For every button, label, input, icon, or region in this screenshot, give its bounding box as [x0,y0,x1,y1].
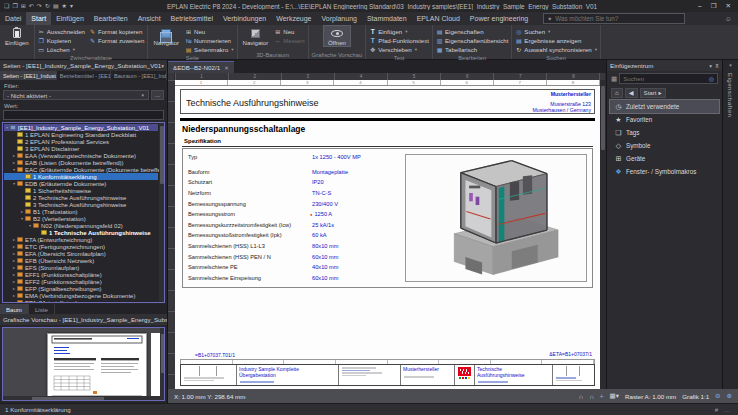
menu-tab[interactable]: Vorplanung [317,12,362,25]
copy-button[interactable]: Kopieren [38,37,85,45]
maximize-icon[interactable]: ❐ [711,2,717,10]
page-navigator-button[interactable]: Navigator [151,26,181,46]
tell-me-search-input[interactable] [555,15,681,22]
navigator-tab[interactable]: Seiten - [EE1]_Industry_... [0,71,57,80]
grid-icon[interactable]: ▦▾ [610,392,619,400]
move-button[interactable]: Verschieben [369,46,429,54]
breadcrumb[interactable]: Start▸ [640,88,666,98]
paste-button[interactable]: Einfügen [3,26,31,46]
menu-tab[interactable]: Power engineering [465,12,533,25]
panel-menu-icon[interactable]: ▾ [729,62,732,68]
delete-button[interactable]: Löschen [38,46,85,54]
tree-item[interactable]: ▸ ETC (Fertigungszeichnungen) [4,243,158,250]
pin-icon[interactable]: ⊼ [715,63,719,69]
tree-item[interactable]: 3 Technische Ausführungshinweise [4,201,158,208]
format-assign-button[interactable]: Format zuweisen [89,37,144,45]
insert-center-item[interactable]: Zuletzt verwendete [610,100,719,113]
measure-button[interactable]: Messen [274,37,304,45]
filter-more-button[interactable]: ... [151,90,164,100]
tree-item[interactable]: 1 Konformitätserklärung [4,173,158,180]
show-results-button[interactable]: Ergebnisse anzeigen [515,37,597,45]
menu-tab[interactable]: Werkzeuge [271,12,316,25]
tabular-button[interactable]: Tabellarisch [436,46,508,54]
tree-item[interactable]: ▸ EAB (Listen (Dokumente betreffend)) [4,159,158,166]
minimize-icon[interactable]: – [698,2,702,10]
tree-item[interactable]: 1 Technische Ausführungshinweise [4,229,158,236]
page-number-button[interactable]: Nummerieren [185,37,233,45]
sync-selection-button[interactable]: Auswahl synchronisieren [515,46,597,54]
navigator-tab[interactable]: Bauraum - [EE1]_Indust... [111,71,167,80]
insert-center-item[interactable]: Symbole [610,139,719,152]
navigator-tab[interactable]: Betriebsmittel - [EE1]_I... [57,71,111,80]
tree-item[interactable]: ▾ B2 (Verteilerstation) [4,215,158,222]
drawing-page[interactable]: 12345678 Technische Ausführungshinweise … [175,80,600,389]
preview-open-button[interactable]: Öffnen [324,26,350,46]
save-icon[interactable]: ⊞ [21,0,26,12]
back-icon[interactable]: ◀ [625,88,638,98]
tree-item[interactable]: ▾ [EE1]_Industry_Sample_Energy_Substatio… [4,124,158,131]
insert-center-item[interactable]: Tags [610,126,719,139]
tree-scrollbar[interactable] [159,123,164,302]
tree-item[interactable]: ▾ EDB (Erläuternde Dokumente) [4,180,158,187]
tree-item[interactable]: 2 Technische Ausführungshinweise [4,194,158,201]
document-tab[interactable]: &EDB--B2-N02/1 ✕ [168,61,234,73]
tree-item[interactable]: ▾ EAC (Erläuternde Dokumente (Dokumente … [4,166,158,173]
cut-button[interactable]: Ausschneiden [38,28,85,36]
preview-hscrollbar[interactable] [3,396,164,400]
tell-me-search[interactable]: ✦ [543,13,685,24]
home-icon[interactable]: ⌂ [611,88,623,98]
tree-item[interactable]: 1 EPLAN Engineering Standard Deckblatt [4,131,158,138]
page-macro-button[interactable]: Seitenmakro [185,46,233,54]
favorite-icon[interactable]: ★ [62,0,67,12]
zoom-out-icon[interactable]: ⊖ [715,392,720,400]
graphical-preview[interactable] [2,327,165,401]
space3d-new-button[interactable]: Neu [274,28,304,36]
tree-item[interactable]: 3 EPLAN Disclaimer [4,145,158,152]
tree-item[interactable]: ▸ ETA (Entwurfszeichnung) [4,236,158,243]
tree-item[interactable]: 2 EPLAN Professional Services [4,138,158,145]
list-icon[interactable]: ▤ [53,0,59,12]
cross-reference-left[interactable]: =B1+07037.T01/1 [195,352,235,358]
cross-reference-right[interactable]: &ETA=B1+07037/1 [549,351,592,357]
grid-toggle-icon[interactable]: # [715,407,718,413]
zoom-in-icon[interactable]: ⊕ [727,392,732,400]
tree-item[interactable]: ▸ EFB (Übersicht Netzwerk) [4,257,158,264]
open-icon[interactable]: ❐ [12,0,17,12]
wert-field[interactable] [3,110,164,120]
menu-tab[interactable]: Start [26,12,51,25]
redo-icon[interactable]: ↷ [37,0,42,12]
snap-icon[interactable]: ∩ [578,393,583,400]
menu-tab[interactable]: Verbindungen [218,12,271,25]
view-tab[interactable]: Baum [0,304,29,314]
close-icon[interactable]: ✕ [726,2,731,10]
text-insert-button[interactable]: Einfügen [369,28,429,36]
tree-item[interactable]: ▸ EPA (Materiallisten) [4,299,158,303]
insert-center-search-input[interactable] [623,75,707,82]
menu-tab[interactable]: Bearbeiten [89,12,133,25]
tree-item[interactable]: ▸ EFA (Übersicht Stromlaufplan) [4,250,158,257]
page-new-button[interactable]: Neu [185,28,233,36]
filter-select[interactable]: - Nicht aktiviert - ▼ [3,90,149,100]
tree-item[interactable]: ▸ EAA (Verwaltungstechnische Dokumente) [4,152,158,159]
grid-plus-icon[interactable]: + [600,393,604,400]
new-icon[interactable]: ❏ [4,0,9,12]
object-snap-icon[interactable]: ∩ [589,393,594,400]
menu-tab[interactable]: Ansicht [133,12,166,25]
properties-overview-button[interactable]: Eigenschaftenübersicht [436,37,508,45]
menu-tab[interactable]: Einfügen [51,12,89,25]
insert-center-item[interactable]: Favoriten [610,113,719,126]
path-function-text-button[interactable]: Pfad-Funktionstext [369,37,429,45]
preview-vscrollbar[interactable] [160,328,164,400]
tree-item[interactable]: ▸ EFF2 (Funktionsschaltpläne) [4,278,158,285]
panel-menu-icon[interactable]: ▾ [709,63,712,69]
tree-item[interactable]: 1 Sicherheitshinweise [4,187,158,194]
space3d-navigator-button[interactable]: Navigator [241,26,271,46]
tree-item[interactable]: ▸ B1 (Trafostation) [4,208,158,215]
search-button[interactable]: Suchen [515,28,597,36]
properties-button[interactable]: Eigenschaften [436,28,508,36]
tab-close-icon[interactable]: ✕ [224,65,229,71]
menu-tab[interactable]: Stammdaten [362,12,412,25]
properties-vertical-tab[interactable]: Eigenschaften [727,73,734,117]
tree-item[interactable]: ▸ EFS (Stromlaufplan) [4,264,158,271]
undo-icon[interactable]: ↶ [29,0,34,12]
